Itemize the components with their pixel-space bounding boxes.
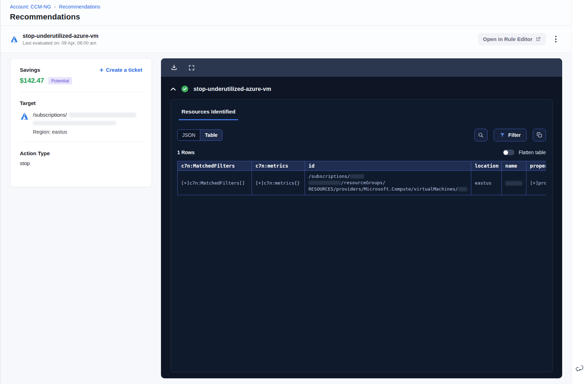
flatten-table-label: Flatten table bbox=[519, 150, 546, 155]
redacted-id-1 bbox=[350, 174, 364, 179]
target-details: /subscriptions/ Region: eastus bbox=[33, 112, 142, 135]
page-title: Recommendations bbox=[10, 12, 562, 22]
results-toolbar bbox=[161, 58, 562, 77]
redacted-subscription-id bbox=[69, 112, 136, 117]
id-resourcegroups-text: /resourceGroups/ bbox=[341, 180, 385, 186]
redacted-id-2 bbox=[309, 181, 341, 185]
target-label: Target bbox=[20, 100, 142, 106]
cell-id[interactable]: /subscriptions/ /resourceGroups/ bbox=[305, 171, 471, 195]
action-type-section: Action Type stop bbox=[11, 142, 151, 187]
right-rail bbox=[571, 0, 588, 384]
redacted-id-3 bbox=[458, 187, 467, 191]
rule-result-header[interactable]: stop-underutilized-azure-vm bbox=[161, 77, 562, 93]
open-rule-editor-label: Open in Rule Editor bbox=[483, 36, 532, 42]
id-providers-text: RESOURCES/providers/Microsoft.Compute/vi… bbox=[309, 186, 458, 192]
col-id[interactable]: id bbox=[305, 161, 471, 171]
chat-help-icon[interactable] bbox=[575, 363, 584, 373]
filter-label: Filter bbox=[508, 132, 521, 138]
savings-label: Savings bbox=[20, 67, 40, 73]
json-view-option[interactable]: JSON bbox=[178, 130, 200, 140]
breadcrumb-recommendations-link[interactable]: Recommendations bbox=[59, 4, 100, 10]
fullscreen-icon[interactable] bbox=[188, 64, 195, 71]
main-area: Account: CCM-NG › Recommendations Recomm… bbox=[0, 0, 571, 384]
target-section: Target /subscriptions/ bbox=[11, 92, 151, 142]
rule-meta: stop-underutilized-azure-vm Last evaluat… bbox=[23, 33, 98, 46]
col-matched-filters[interactable]: c7n:MatchedFilters bbox=[178, 161, 252, 171]
col-location[interactable]: location bbox=[471, 161, 502, 171]
external-link-icon bbox=[536, 36, 541, 42]
copy-button[interactable] bbox=[533, 129, 546, 141]
rule-name: stop-underutilized-azure-vm bbox=[23, 33, 98, 39]
redacted-name bbox=[505, 181, 522, 186]
breadcrumb: Account: CCM-NG › Recommendations bbox=[10, 3, 562, 10]
flatten-table-toggle[interactable] bbox=[503, 150, 514, 155]
col-name[interactable]: name bbox=[502, 161, 526, 171]
results-table: c7n:MatchedFilters c7n:metrics id locati… bbox=[177, 161, 546, 195]
redacted-subscription-id-2 bbox=[33, 121, 116, 125]
action-type-value: stop bbox=[20, 160, 142, 166]
tab-row: Resources Identified bbox=[177, 100, 546, 120]
target-region: Region: eastus bbox=[33, 129, 142, 135]
filter-button[interactable]: Filter bbox=[494, 129, 527, 141]
col-metrics[interactable]: c7n:metrics bbox=[252, 161, 305, 171]
cell-properties[interactable]: [+]prop bbox=[526, 171, 546, 195]
rule-last-evaluated: Last evaluated on: 09 Apr, 06:00 am bbox=[23, 40, 98, 46]
cell-name[interactable] bbox=[502, 171, 526, 195]
view-mode-toggle: JSON Table bbox=[177, 129, 223, 141]
id-subscriptions-text: /subscriptions/ bbox=[309, 173, 350, 180]
open-rule-editor-button[interactable]: Open in Rule Editor bbox=[478, 33, 546, 45]
table-header-row: c7n:MatchedFilters c7n:metrics id locati… bbox=[178, 161, 546, 171]
potential-badge: Potential bbox=[48, 77, 73, 85]
tab-resources-identified[interactable]: Resources Identified bbox=[179, 109, 238, 120]
breadcrumb-separator: › bbox=[54, 4, 56, 10]
breadcrumb-account-link[interactable]: Account: CCM-NG bbox=[10, 4, 51, 10]
filter-icon bbox=[500, 132, 505, 138]
create-ticket-label: Create a ticket bbox=[106, 67, 142, 73]
content: Savings + Create a ticket $142.47 Potent… bbox=[1, 53, 571, 378]
table-row: [+]c7n:MatchedFilters[] [+]c7n:metrics{}… bbox=[178, 171, 546, 195]
cell-matched-filters[interactable]: [+]c7n:MatchedFilters[] bbox=[178, 171, 252, 195]
savings-amount: $142.47 bbox=[20, 77, 44, 85]
controls-row: JSON Table bbox=[177, 129, 546, 141]
results-panel: stop-underutilized-azure-vm Resources Id… bbox=[161, 58, 562, 378]
download-icon[interactable] bbox=[171, 64, 178, 71]
app-viewport: Account: CCM-NG › Recommendations Recomm… bbox=[0, 0, 588, 384]
rows-count: 1 Rows bbox=[177, 150, 195, 155]
rule-header: stop-underutilized-azure-vm Last evaluat… bbox=[1, 26, 571, 53]
search-button[interactable] bbox=[474, 129, 488, 141]
results-table-wrap: c7n:MatchedFilters c7n:metrics id locati… bbox=[177, 161, 546, 195]
resources-container: Resources Identified JSON Table bbox=[171, 99, 553, 372]
col-properties[interactable]: propert bbox=[526, 161, 546, 171]
savings-card: Savings + Create a ticket $142.47 Potent… bbox=[10, 58, 152, 187]
savings-section: Savings + Create a ticket $142.47 Potent… bbox=[11, 59, 151, 92]
azure-logo-icon bbox=[10, 35, 18, 43]
chevron-up-icon[interactable] bbox=[170, 87, 176, 91]
target-path: /subscriptions/ bbox=[33, 112, 67, 118]
cell-metrics[interactable]: [+]c7n:metrics{} bbox=[252, 171, 305, 195]
table-view-option[interactable]: Table bbox=[200, 130, 222, 140]
plus-icon: + bbox=[99, 67, 103, 73]
success-check-icon bbox=[181, 85, 189, 93]
panel-rule-name: stop-underutilized-azure-vm bbox=[194, 86, 271, 92]
more-options-menu[interactable] bbox=[554, 34, 558, 44]
create-ticket-button[interactable]: + Create a ticket bbox=[99, 67, 142, 73]
action-type-label: Action Type bbox=[20, 150, 142, 156]
topbar: Account: CCM-NG › Recommendations Recomm… bbox=[1, 0, 571, 26]
cell-location[interactable]: eastus bbox=[471, 171, 502, 195]
azure-target-icon bbox=[20, 112, 29, 135]
table-meta-row: 1 Rows Flatten table bbox=[177, 150, 546, 155]
